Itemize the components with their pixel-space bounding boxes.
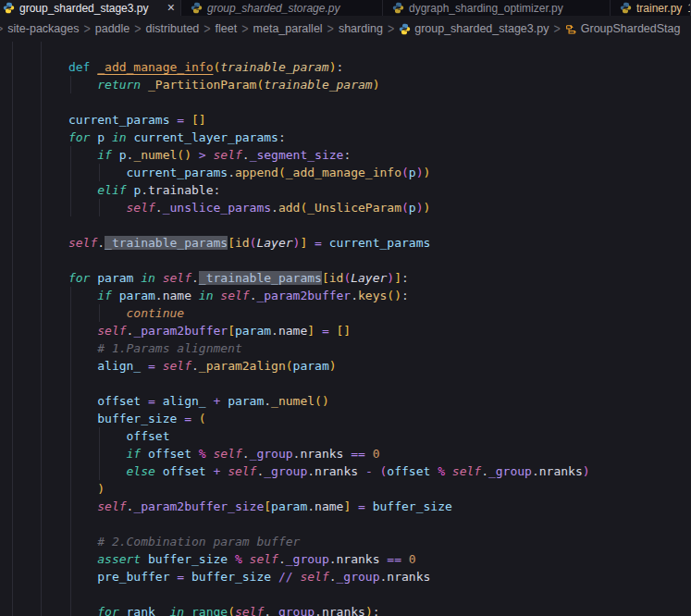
code-line[interactable]: buffer_size = ( xyxy=(0,410,590,427)
breadcrumb-item-GroupShardedStag[interactable]: GroupShardedStag xyxy=(565,22,681,35)
breadcrumb-item-group_sharded_stage3_py[interactable]: group_sharded_stage3.py xyxy=(399,22,549,35)
tab-bar: group_sharded_stage3.py× group_sharded_s… xyxy=(0,0,691,16)
close-icon[interactable]: × xyxy=(167,2,175,14)
chevron-right-icon: > xyxy=(204,21,210,36)
code-line[interactable]: for rank_ in range(self._group.nranks): xyxy=(0,603,590,616)
tab-dygraph_sharding_optimizer_py[interactable]: dygraph_sharding_optimizer.py xyxy=(383,0,611,16)
code-line[interactable]: if param.name in self._param2buffer.keys… xyxy=(0,287,590,304)
code-line[interactable]: self._param2buffer[param.name] = [] xyxy=(0,322,590,339)
code-line[interactable] xyxy=(0,216,590,234)
chevron-right-icon: > xyxy=(134,21,141,36)
breadcrumb-item-site_packages[interactable]: site-packages xyxy=(7,22,79,35)
code-line[interactable]: continue xyxy=(0,304,590,322)
breadcrumb-item-sharding[interactable]: sharding xyxy=(339,22,383,35)
breadcrumb-item-meta_parallel[interactable]: meta_parallel xyxy=(253,22,323,35)
code-line[interactable] xyxy=(0,515,590,533)
tab-modified-badge: 1, xyxy=(687,2,691,15)
word-highlight: _trainable_params xyxy=(105,236,228,250)
code-line[interactable]: return _PartitionParam(trainable_param) xyxy=(0,76,590,93)
code-line[interactable]: current_params.append(_add_manage_info(p… xyxy=(0,164,590,181)
code-lines: def _add_manage_info(trainable_param): r… xyxy=(0,58,590,616)
tab-group_sharded_storage_py[interactable]: group_sharded_storage.py xyxy=(181,0,383,16)
code-line[interactable]: offset xyxy=(0,427,590,445)
code-line[interactable]: for param in self._trainable_params[id(L… xyxy=(0,269,590,287)
chevron-right-icon: > xyxy=(83,21,90,36)
tab-label: group_sharded_storage.py xyxy=(207,2,339,15)
tab-group_sharded_stage3_py[interactable]: group_sharded_stage3.py× xyxy=(0,0,181,16)
breadcrumb-item-paddle[interactable]: paddle xyxy=(95,22,130,35)
tab-label: trainer.py xyxy=(636,2,682,15)
breadcrumb-item-label: fleet xyxy=(216,22,238,35)
code-line[interactable]: ) xyxy=(0,480,590,498)
python-icon xyxy=(392,2,404,14)
chevron-right-icon: > xyxy=(0,21,3,36)
code-line[interactable]: assert buffer_size % self._group.nranks … xyxy=(0,550,590,568)
code-line[interactable]: # 1.Params alignment xyxy=(0,339,590,357)
code-line[interactable]: else offset + self._group.nranks - (offs… xyxy=(0,462,590,480)
code-line[interactable]: self._param2buffer_size[param.name] = bu… xyxy=(0,498,590,515)
breadcrumb: >site-packages>paddle>distributed>fleet>… xyxy=(0,16,691,42)
code-line[interactable]: # 2.Combination param buffer xyxy=(0,533,590,550)
code-line[interactable] xyxy=(0,585,590,603)
word-highlight: _trainable_params xyxy=(199,271,322,285)
code-line[interactable] xyxy=(0,93,590,111)
breadcrumb-item-fleet[interactable]: fleet xyxy=(216,22,238,35)
class-icon xyxy=(565,23,577,35)
tab-label: dygraph_sharding_optimizer.py xyxy=(409,2,563,15)
code-line[interactable]: align_ = self._param2align(param) xyxy=(0,357,590,375)
tab-trainer_py[interactable]: trainer.py1, xyxy=(611,0,691,16)
code-line[interactable]: self._trainable_params[id(Layer)] = curr… xyxy=(0,234,590,252)
chevron-right-icon: > xyxy=(553,21,560,36)
code-line[interactable]: def _add_manage_info(trainable_param): xyxy=(0,58,590,76)
chevron-right-icon: > xyxy=(241,21,248,36)
breadcrumb-item-label: GroupShardedStag xyxy=(581,22,681,35)
code-line[interactable]: offset = align_ + param._numel() xyxy=(0,392,590,410)
code-line[interactable] xyxy=(0,252,590,269)
code-line[interactable]: pre_buffer = buffer_size // self._group.… xyxy=(0,568,590,585)
breadcrumb-item-distributed[interactable]: distributed xyxy=(146,22,200,35)
chevron-right-icon: > xyxy=(388,21,394,36)
breadcrumb-item-label: meta_parallel xyxy=(253,22,323,35)
chevron-right-icon: > xyxy=(327,21,334,36)
code-line[interactable]: if p._numel() > self._segment_size: xyxy=(0,146,590,164)
tab-label: group_sharded_stage3.py xyxy=(19,2,148,15)
code-line[interactable]: self._unslice_params.add(_UnsliceParam(p… xyxy=(0,199,590,216)
breadcrumb-item-label: group_sharded_stage3.py xyxy=(414,22,549,35)
breadcrumb-item-label: distributed xyxy=(146,22,200,35)
python-icon xyxy=(399,23,411,35)
code-line[interactable]: if offset % self._group.nranks == 0 xyxy=(0,445,590,462)
code-area[interactable]: def _add_manage_info(trainable_param): r… xyxy=(0,42,691,616)
python-icon xyxy=(620,2,632,14)
code-line[interactable]: current_params = [] xyxy=(0,111,590,129)
code-line[interactable]: elif p.trainable: xyxy=(0,181,590,199)
code-line[interactable] xyxy=(0,375,590,392)
breadcrumb-item-label: sharding xyxy=(339,22,383,35)
python-icon xyxy=(191,2,203,14)
python-icon xyxy=(3,2,15,14)
code-line[interactable]: for p in current_layer_params: xyxy=(0,129,590,146)
breadcrumb-item-label: site-packages xyxy=(7,22,79,35)
vscode-editor-window: group_sharded_stage3.py× group_sharded_s… xyxy=(0,0,691,616)
breadcrumb-item-label: paddle xyxy=(95,22,130,35)
